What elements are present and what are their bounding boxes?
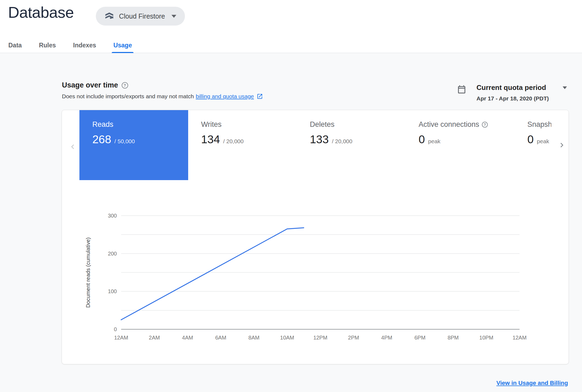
product-selector-label: Cloud Firestore: [119, 12, 165, 20]
svg-text:4AM: 4AM: [182, 335, 193, 341]
metric-label: Writes: [201, 120, 297, 129]
usage-subtitle: Does not include imports/exports and may…: [62, 93, 263, 100]
metric-tile-deletes[interactable]: Deletes 133 / 20,000: [297, 110, 406, 180]
help-icon[interactable]: ?: [122, 82, 128, 89]
metric-value: 0: [527, 133, 534, 146]
metric-label: Deletes: [310, 120, 406, 129]
metric-value: 133: [310, 133, 329, 146]
svg-text:100: 100: [108, 288, 117, 294]
tab-rules[interactable]: Rules: [39, 38, 56, 53]
cloud-firestore-icon: [104, 11, 114, 21]
svg-text:6PM: 6PM: [414, 335, 425, 341]
svg-text:300: 300: [108, 213, 117, 219]
usage-over-time-heading: Usage over time ?: [62, 81, 128, 89]
tab-usage[interactable]: Usage: [113, 38, 132, 53]
metric-tile-active-connections[interactable]: Active connections ? 0 peak: [406, 110, 514, 180]
metric-values: 133 / 20,000: [310, 133, 406, 146]
view-usage-and-billing-link[interactable]: View in Usage and Billing: [496, 380, 568, 387]
chevron-left-icon: [68, 142, 77, 151]
quota-period-range: Apr 17 - Apr 18, 2020 (PDT): [476, 95, 567, 102]
svg-text:12AM: 12AM: [114, 335, 128, 341]
tab-data-label: Data: [8, 42, 22, 49]
svg-text:4PM: 4PM: [381, 335, 392, 341]
metric-value: 134: [201, 133, 220, 146]
chevron-right-icon[interactable]: [557, 141, 566, 150]
metric-denominator: / 50,000: [114, 138, 135, 145]
tab-indexes[interactable]: Indexes: [73, 38, 96, 53]
svg-text:8PM: 8PM: [448, 335, 459, 341]
chevron-down-icon: [563, 86, 567, 89]
y-axis-label: Document reads (cumulative): [83, 216, 93, 329]
calendar-icon: [457, 85, 467, 102]
metric-denominator: / 20,000: [223, 138, 244, 145]
product-selector-dropdown[interactable]: Cloud Firestore: [96, 7, 185, 26]
metric-label: Reads: [92, 120, 188, 129]
svg-text:10PM: 10PM: [479, 335, 493, 341]
metric-value: 0: [419, 133, 425, 146]
svg-text:6AM: 6AM: [215, 335, 226, 341]
usage-over-time-title: Usage over time: [62, 81, 118, 89]
svg-text:8AM: 8AM: [248, 335, 260, 341]
tab-data[interactable]: Data: [8, 38, 22, 53]
tab-indicator: [112, 52, 134, 53]
metric-tile-reads[interactable]: Reads 268 / 50,000: [79, 110, 188, 180]
svg-text:12PM: 12PM: [313, 335, 327, 341]
tab-usage-label: Usage: [113, 42, 132, 49]
firestore-usage-page: Database Cloud Firestore Data Rules Inde…: [0, 0, 582, 392]
metric-tile-writes[interactable]: Writes 134 / 20,000: [188, 110, 297, 180]
metric-values: 268 / 50,000: [92, 133, 188, 146]
quota-period-label: Current quota period: [476, 83, 546, 92]
svg-text:10AM: 10AM: [280, 335, 294, 341]
metric-label-text: Active connections: [419, 120, 479, 129]
svg-text:2PM: 2PM: [348, 335, 359, 341]
quota-period-selector[interactable]: Current quota period Apr 17 - Apr 18, 20…: [457, 83, 567, 102]
tab-rules-label: Rules: [39, 42, 56, 49]
metric-label-text: Reads: [92, 120, 113, 129]
quota-period-text: Current quota period Apr 17 - Apr 18, 20…: [476, 83, 567, 102]
metric-label-text: Deletes: [310, 120, 335, 129]
scroll-right-overlay: [551, 110, 569, 180]
help-icon[interactable]: ?: [482, 122, 488, 128]
billing-and-quota-usage-link[interactable]: billing and quota usage: [196, 93, 254, 100]
scroll-left-button[interactable]: [67, 141, 79, 153]
metric-label: Active connections ?: [419, 120, 514, 129]
chevron-down-icon: [171, 15, 176, 18]
metric-denominator: peak: [537, 138, 549, 145]
metric-denominator: peak: [428, 138, 440, 145]
metric-value: 268: [92, 133, 111, 146]
svg-text:2AM: 2AM: [149, 335, 160, 341]
open-in-new-icon[interactable]: [257, 93, 263, 100]
metric-values: 0 peak: [419, 133, 514, 146]
svg-text:12AM: 12AM: [513, 335, 527, 341]
metric-denominator: / 20,000: [332, 138, 352, 145]
metric-values: 134 / 20,000: [201, 133, 297, 146]
metric-label-text: Writes: [201, 120, 222, 129]
svg-text:200: 200: [108, 251, 117, 257]
svg-text:0: 0: [114, 326, 117, 332]
tab-bar: Data Rules Indexes Usage: [0, 38, 582, 53]
page-title: Database: [8, 3, 74, 21]
usage-card: Reads 268 / 50,000 Writes 134 / 20,000 D…: [62, 110, 569, 364]
subtitle-text: Does not include imports/exports and may…: [62, 93, 194, 100]
tab-indexes-label: Indexes: [73, 42, 96, 49]
